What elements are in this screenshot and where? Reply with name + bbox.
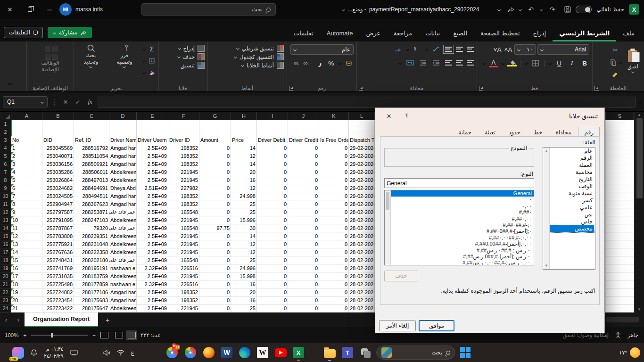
cell-D20[interactable]: Abdelkreem xyxy=(109,272,137,280)
redo-icon[interactable]: ↷ xyxy=(547,6,557,13)
cell-S4[interactable] xyxy=(606,144,634,152)
cell-B19[interactable]: 252741769 xyxy=(42,264,74,272)
cell-L5[interactable]: 29-02-2024 xyxy=(349,152,375,160)
cell-I3[interactable]: Driver Debit xyxy=(257,136,288,144)
cell-E5[interactable]: 2.5E+09 xyxy=(137,152,168,160)
autosum-icon[interactable]: Σ xyxy=(147,44,157,54)
cell-H2[interactable] xyxy=(231,128,257,136)
taskbar-clock[interactable]: ٠١:٣٤ م ٢٤/٠٢/٢٩ xyxy=(44,346,64,360)
category-item[interactable]: علمي xyxy=(550,204,594,211)
ribbon-tab[interactable]: مراجعة xyxy=(387,26,419,41)
cell-S3[interactable] xyxy=(606,136,634,144)
cell-B21[interactable]: 252725498 xyxy=(42,280,74,288)
share-arrow-icon[interactable] xyxy=(505,7,514,12)
row-header-2[interactable]: 2 xyxy=(0,128,11,136)
cell-S10[interactable] xyxy=(606,192,634,200)
comma-style-icon[interactable]: ٫ xyxy=(316,58,323,68)
cell-J15[interactable]: 0 xyxy=(288,232,319,240)
undo-chevron-icon[interactable] xyxy=(519,8,522,11)
font-size-combo[interactable]: ١٠ xyxy=(514,44,536,55)
orientation-chevron-icon[interactable] xyxy=(425,47,429,50)
align-right-icon[interactable] xyxy=(467,60,474,66)
cell-D4[interactable]: Amgad han xyxy=(109,144,137,152)
cell-E13[interactable]: 2.5E+09 xyxy=(137,216,168,224)
cell-S2[interactable] xyxy=(606,128,634,136)
column-header-K[interactable]: K xyxy=(319,112,349,120)
dialog-tab[interactable]: رقم xyxy=(578,127,600,136)
cell-C14[interactable]: 79320 xyxy=(74,224,109,232)
decrease-indent-icon[interactable] xyxy=(432,58,441,67)
cell-J3[interactable]: Driver Credit xyxy=(288,136,319,144)
cell-K23[interactable]: 0 xyxy=(319,296,349,304)
row-header-12[interactable]: 12 xyxy=(0,208,11,216)
column-header-C[interactable]: C xyxy=(74,112,109,120)
cell-H10[interactable]: 24.998 xyxy=(231,192,257,200)
cell-J14[interactable]: 0 xyxy=(288,224,319,232)
clipboard-dialog-launcher-icon[interactable] xyxy=(594,86,599,90)
taskbar-edge-icon[interactable] xyxy=(239,346,251,359)
cell-J4[interactable]: 0 xyxy=(288,144,319,152)
row-header-24[interactable]: 24 xyxy=(0,304,11,313)
ribbon-tab[interactable]: Automate xyxy=(320,26,360,41)
cell-B17[interactable]: 252767636 xyxy=(42,248,74,256)
cell-F11[interactable]: 198352 xyxy=(168,200,199,208)
add-sheet-button[interactable]: + xyxy=(98,316,117,324)
cell-F4[interactable]: 198352 xyxy=(168,144,199,152)
cell-S21[interactable] xyxy=(606,280,634,288)
cell-G20[interactable]: 0 xyxy=(199,272,231,280)
cell-I22[interactable]: 0 xyxy=(257,288,288,296)
cell-S13[interactable] xyxy=(606,216,634,224)
column-header-J[interactable]: J xyxy=(288,112,319,120)
cell-E16[interactable]: 2.5E+09 xyxy=(137,240,168,248)
cell-D11[interactable]: Amgad han xyxy=(109,200,137,208)
cell-D5[interactable]: Amgad han xyxy=(109,152,137,160)
cell-K5[interactable]: 0 xyxy=(319,152,349,160)
cell-A17[interactable]: 14 xyxy=(11,248,42,256)
cell-C23[interactable]: 288175683 xyxy=(74,296,109,304)
wrap-text-icon[interactable]: ab xyxy=(393,44,403,54)
ribbon-tab[interactable]: الصيغ xyxy=(446,26,474,41)
cell-B7[interactable]: 253035286 xyxy=(42,168,74,176)
font-color-icon[interactable]: A xyxy=(489,59,498,67)
cell-L19[interactable]: 28-02-2024 xyxy=(349,264,375,272)
cell-F16[interactable]: 221945 xyxy=(168,240,199,248)
cell-I23[interactable]: 0 xyxy=(257,296,288,304)
cell-I16[interactable]: 0 xyxy=(257,240,288,248)
dialog-help-button[interactable]: ؟ xyxy=(398,108,416,124)
cell-K9[interactable]: 0 xyxy=(319,184,349,192)
cell-C3[interactable]: Ref. ID xyxy=(74,136,109,144)
cell-F19[interactable]: 226516 xyxy=(168,264,199,272)
cell-J16[interactable]: 0 xyxy=(288,240,319,248)
cell-S8[interactable] xyxy=(606,176,634,184)
row-header-20[interactable]: 20 xyxy=(0,272,11,280)
cell-E7[interactable]: 2.5E+09 xyxy=(137,168,168,176)
ribbon-tab[interactable]: ملف xyxy=(616,26,641,41)
undo-icon[interactable]: ↶ xyxy=(526,6,536,13)
cell-J19[interactable]: 0 xyxy=(288,264,319,272)
orientation-icon[interactable]: ab xyxy=(432,44,441,54)
cell-A18[interactable]: 15 xyxy=(11,256,42,264)
cast-icon[interactable] xyxy=(70,350,78,355)
row-header-8[interactable]: 8 xyxy=(0,176,11,184)
sort-filter-button[interactable]: AZ فرز وتصفية xyxy=(110,43,139,77)
cell-H13[interactable]: 15.996 xyxy=(231,216,257,224)
cell-H23[interactable]: 16 xyxy=(231,296,257,304)
redo-chevron-icon[interactable] xyxy=(540,8,543,11)
row-header-1[interactable]: 1 xyxy=(0,120,11,128)
cell-G10[interactable]: 0 xyxy=(199,192,231,200)
category-item[interactable]: الوقت xyxy=(550,183,594,190)
cell-S23[interactable] xyxy=(606,296,634,304)
cut-icon[interactable]: ✂ xyxy=(609,45,622,55)
cell-I17[interactable]: 0 xyxy=(257,248,288,256)
formula-input[interactable] xyxy=(98,96,636,108)
cell-J22[interactable]: 0 xyxy=(288,288,319,296)
cell-E3[interactable]: Driver Usern xyxy=(137,136,168,144)
cell-G1[interactable] xyxy=(199,120,231,128)
cell-G23[interactable]: 0 xyxy=(199,296,231,304)
sheet-tab-active[interactable]: Organization Report xyxy=(25,313,98,327)
merge-center-icon[interactable] xyxy=(405,58,415,67)
row-header-6[interactable]: 6 xyxy=(0,160,11,168)
cell-I18[interactable]: 0 xyxy=(257,256,288,264)
font-name-combo[interactable]: Arial xyxy=(537,44,589,55)
taskbar-word-icon[interactable]: W xyxy=(221,347,232,358)
